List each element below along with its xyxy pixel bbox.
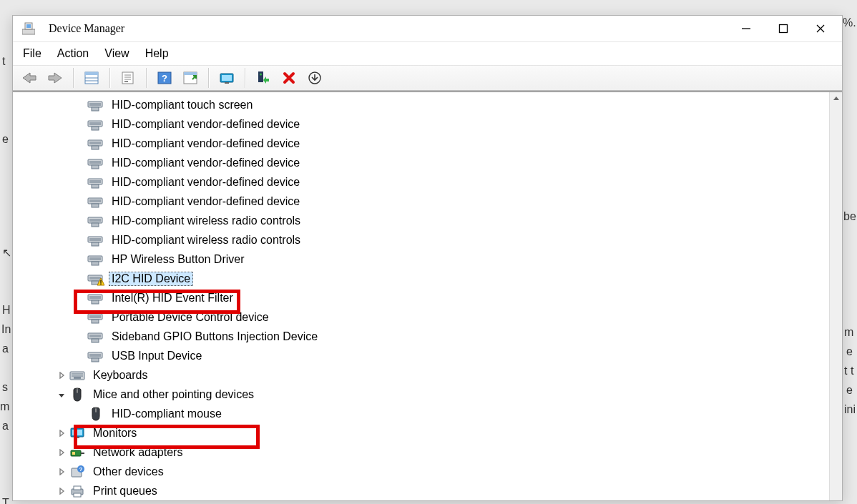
mouse-icon <box>69 386 86 403</box>
svg-rect-37 <box>92 165 99 169</box>
category-print[interactable]: Print queues <box>13 481 829 500</box>
svg-rect-40 <box>92 184 99 188</box>
vertical-scrollbar[interactable] <box>829 92 842 500</box>
category-label: Keyboards <box>90 369 151 382</box>
hid-device-icon <box>87 154 104 172</box>
device-tree[interactable]: HID-compliant touch screen HID-compliant… <box>13 92 829 500</box>
device-label: HID-compliant wireless radio controls <box>109 234 303 247</box>
scroll-up-button[interactable] <box>830 92 842 105</box>
category-label: Print queues <box>90 485 160 498</box>
close-button[interactable] <box>802 16 839 41</box>
svg-rect-39 <box>89 180 101 183</box>
device-item[interactable]: HP Wireless Button Driver <box>13 249 829 269</box>
svg-rect-66 <box>92 339 99 342</box>
svg-point-24 <box>260 74 262 76</box>
expander-icon[interactable] <box>54 468 69 475</box>
svg-rect-28 <box>92 107 99 111</box>
device-item[interactable]: HID-compliant wireless radio controls <box>13 230 829 249</box>
maximize-button[interactable] <box>765 16 802 41</box>
device-item[interactable]: HID-compliant vendor-defined device <box>13 153 829 172</box>
device-item[interactable]: HID-compliant vendor-defined device <box>13 192 829 211</box>
hid-device-icon <box>87 328 104 345</box>
device-item[interactable]: !I2C HID Device <box>13 269 829 288</box>
expander-icon[interactable] <box>54 430 69 437</box>
mouse-icon <box>87 405 104 423</box>
content-area: HID-compliant touch screen HID-compliant… <box>13 92 842 500</box>
forward-button[interactable] <box>44 67 66 89</box>
device-label: Portable Device Control device <box>109 311 272 324</box>
hid-device-icon <box>87 212 104 229</box>
svg-rect-31 <box>92 127 99 130</box>
svg-rect-73 <box>74 377 81 378</box>
category-network[interactable]: Network adapters <box>13 443 829 462</box>
help-button[interactable]: ? <box>154 67 175 89</box>
category-label: Network adapters <box>90 446 185 459</box>
category-label: Other devices <box>90 465 167 478</box>
svg-rect-69 <box>92 358 99 362</box>
expander-icon[interactable] <box>54 372 69 379</box>
device-item[interactable]: Intel(R) HID Event Filter <box>13 288 829 307</box>
svg-rect-59 <box>89 296 101 299</box>
minimize-button[interactable] <box>728 16 765 41</box>
category-mice[interactable]: Mice and other pointing devices <box>13 385 829 404</box>
svg-rect-60 <box>92 300 99 304</box>
hid-device-icon <box>87 97 104 114</box>
svg-rect-63 <box>92 320 99 323</box>
more-button[interactable] <box>304 67 325 89</box>
svg-rect-2 <box>26 24 31 28</box>
expander-icon[interactable] <box>54 391 69 398</box>
show-all-button[interactable] <box>81 67 102 89</box>
svg-rect-42 <box>89 199 101 202</box>
category-monitors[interactable]: Monitors <box>13 423 829 443</box>
hid-device-icon <box>87 174 104 191</box>
window-title: Device Manager <box>49 22 728 35</box>
hid-device-icon <box>87 232 104 249</box>
svg-rect-43 <box>92 204 99 207</box>
category-other[interactable]: ? Other devices <box>13 462 829 481</box>
uninstall-button[interactable] <box>278 67 300 89</box>
back-button[interactable] <box>19 67 40 89</box>
titlebar: Device Manager <box>13 16 842 42</box>
menu-help[interactable]: Help <box>145 47 169 60</box>
svg-rect-89 <box>74 493 81 497</box>
svg-rect-68 <box>89 354 101 357</box>
expander-icon[interactable] <box>54 449 69 456</box>
device-item[interactable]: Sideband GPIO Buttons Injection Device <box>13 327 829 346</box>
svg-rect-21 <box>222 75 232 81</box>
other-devices-icon: ? <box>69 463 86 480</box>
svg-rect-8 <box>85 72 98 75</box>
device-item[interactable]: HID-compliant mouse <box>13 404 829 423</box>
svg-rect-51 <box>89 257 101 260</box>
hid-device-icon <box>87 193 104 210</box>
category-label: Mice and other pointing devices <box>90 388 257 401</box>
menu-action[interactable]: Action <box>57 47 89 60</box>
expander-icon[interactable] <box>54 488 69 495</box>
hid-device-icon <box>87 116 104 133</box>
device-item[interactable]: USB Input Device <box>13 346 829 365</box>
hid-device-icon <box>87 251 104 268</box>
device-item[interactable]: HID-compliant vendor-defined device <box>13 172 829 192</box>
svg-rect-22 <box>225 82 229 84</box>
update-driver-button[interactable] <box>216 67 237 89</box>
properties-button[interactable] <box>117 67 139 89</box>
svg-text:?: ? <box>162 73 167 84</box>
device-item[interactable]: HID-compliant vendor-defined device <box>13 114 829 134</box>
category-keyboards[interactable]: Keyboards <box>13 365 829 385</box>
device-label: HP Wireless Button Driver <box>109 253 248 266</box>
device-item[interactable]: HID-compliant vendor-defined device <box>13 134 829 153</box>
menu-view[interactable]: View <box>104 47 129 60</box>
device-item[interactable]: Portable Device Control device <box>13 307 829 327</box>
svg-rect-77 <box>95 409 97 412</box>
device-item[interactable]: HID-compliant touch screen <box>13 95 829 114</box>
svg-rect-23 <box>258 71 263 82</box>
menu-file[interactable]: File <box>23 47 41 60</box>
device-manager-window: Device Manager File Action View Help <box>12 15 843 501</box>
enable-button[interactable] <box>253 67 274 89</box>
scan-button[interactable] <box>180 67 201 89</box>
menubar: File Action View Help <box>13 42 842 66</box>
svg-rect-33 <box>89 142 101 144</box>
network-icon <box>69 444 86 461</box>
svg-rect-80 <box>75 437 79 438</box>
svg-rect-4 <box>780 25 788 33</box>
device-item[interactable]: HID-compliant wireless radio controls <box>13 211 829 230</box>
